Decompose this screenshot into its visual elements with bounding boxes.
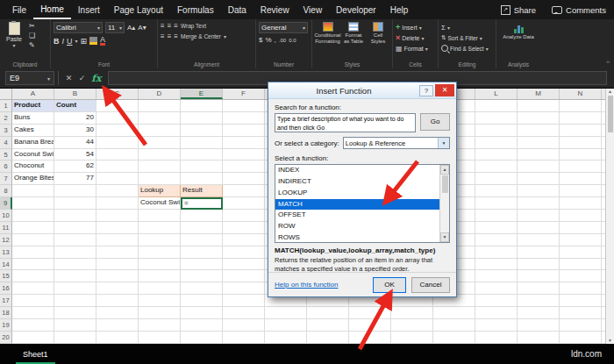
- cell[interactable]: [96, 332, 139, 344]
- cell[interactable]: [518, 112, 560, 125]
- cell[interactable]: [560, 270, 602, 282]
- cell[interactable]: [139, 161, 181, 173]
- cell[interactable]: [181, 125, 223, 137]
- cell[interactable]: [96, 307, 139, 319]
- sort-filter-button[interactable]: ⇅ Sort & Filter ▾: [441, 32, 493, 43]
- cell[interactable]: [96, 282, 139, 295]
- insert-function-fx-button[interactable]: fx: [89, 73, 104, 84]
- column-header-E[interactable]: E: [181, 88, 223, 99]
- cell[interactable]: [223, 307, 265, 319]
- cell-D8[interactable]: Lookup: [139, 185, 181, 197]
- scrollbar-thumb[interactable]: [608, 96, 613, 132]
- tab-review[interactable]: Review: [253, 0, 296, 19]
- cell-A7[interactable]: Orange Bites: [12, 173, 54, 185]
- column-header-N[interactable]: N: [560, 88, 602, 99]
- cell[interactable]: [223, 332, 265, 344]
- cell[interactable]: [265, 307, 307, 319]
- cell[interactable]: [139, 210, 181, 222]
- scroll-up-icon[interactable]: ▲: [608, 89, 612, 94]
- cell[interactable]: [54, 270, 96, 282]
- align-center-icon[interactable]: ≡: [168, 32, 172, 40]
- cell-E8[interactable]: Result: [181, 185, 223, 197]
- cell-A5[interactable]: Coconut Swirl: [12, 149, 54, 161]
- cell[interactable]: [12, 197, 54, 210]
- function-item-offset[interactable]: OFFSET: [275, 210, 439, 221]
- cell[interactable]: [139, 332, 181, 344]
- cell[interactable]: [560, 149, 602, 161]
- comments-button[interactable]: Comments: [544, 0, 614, 19]
- cell[interactable]: [475, 185, 518, 197]
- cell[interactable]: [560, 234, 602, 246]
- cell[interactable]: [560, 185, 602, 197]
- cell[interactable]: [349, 307, 391, 319]
- cell[interactable]: [475, 137, 518, 149]
- help-on-function-link[interactable]: Help on this function: [275, 281, 339, 289]
- chevron-down-icon[interactable]: ▼: [438, 138, 449, 148]
- cell[interactable]: [181, 149, 223, 161]
- increase-decimal-icon[interactable]: .00: [279, 38, 286, 43]
- cell[interactable]: [560, 125, 602, 137]
- cell[interactable]: [560, 246, 602, 259]
- row-header-13[interactable]: 13: [0, 246, 12, 259]
- cell[interactable]: [139, 319, 181, 332]
- collapse-ribbon-icon[interactable]: ^: [606, 59, 610, 67]
- cell[interactable]: [139, 282, 181, 295]
- cell[interactable]: [560, 307, 602, 319]
- align-middle-icon[interactable]: ≡: [168, 22, 172, 30]
- scroll-up-icon[interactable]: ▲: [440, 165, 449, 175]
- merge-center-button[interactable]: Merge & Center: [181, 33, 221, 39]
- cell[interactable]: [518, 210, 560, 222]
- column-header-F[interactable]: F: [223, 88, 265, 99]
- insert-cells-button[interactable]: + Insert ▾: [396, 22, 435, 32]
- row-header-8[interactable]: 8: [0, 185, 12, 197]
- cell[interactable]: [54, 246, 96, 259]
- cell[interactable]: [96, 210, 139, 222]
- cell[interactable]: [560, 210, 602, 222]
- cell[interactable]: [96, 246, 139, 259]
- cell[interactable]: [560, 173, 602, 185]
- cell[interactable]: [223, 282, 265, 295]
- dialog-title-bar[interactable]: Insert Function ? ✕: [268, 82, 456, 99]
- cell[interactable]: [54, 295, 96, 307]
- cell[interactable]: [518, 197, 560, 210]
- column-header-A[interactable]: A: [12, 88, 54, 99]
- share-button[interactable]: ↗ Share: [493, 0, 544, 19]
- cell[interactable]: [265, 319, 307, 332]
- cell-A3[interactable]: Cakes: [12, 125, 54, 137]
- cell[interactable]: [181, 137, 223, 149]
- cell[interactable]: [96, 197, 139, 210]
- cell[interactable]: [139, 137, 181, 149]
- find-select-button[interactable]: Find & Select ▾: [441, 43, 493, 54]
- cell[interactable]: [96, 222, 139, 234]
- cell[interactable]: [96, 234, 139, 246]
- cell[interactable]: [223, 222, 265, 234]
- cell[interactable]: [181, 210, 223, 222]
- cell[interactable]: [181, 246, 223, 259]
- cell[interactable]: [96, 295, 139, 307]
- function-item-indirect[interactable]: INDIRECT: [275, 176, 439, 188]
- cell[interactable]: [475, 332, 518, 344]
- cell[interactable]: [54, 319, 96, 332]
- column-header-B[interactable]: B: [54, 88, 96, 99]
- dialog-help-icon[interactable]: ?: [419, 85, 433, 96]
- cell[interactable]: [518, 246, 560, 259]
- cell-A2[interactable]: Buns: [12, 112, 54, 125]
- column-header-D[interactable]: D: [139, 88, 181, 99]
- column-header-L[interactable]: L: [475, 88, 518, 99]
- cell[interactable]: [433, 307, 475, 319]
- vertical-scrollbar[interactable]: ▲ ▼: [605, 88, 614, 344]
- cell[interactable]: [223, 259, 265, 271]
- cell[interactable]: [265, 332, 307, 344]
- conditional-formatting-button[interactable]: Conditional Formatting: [315, 22, 340, 45]
- font-color-icon[interactable]: A: [100, 36, 105, 46]
- scroll-down-icon[interactable]: ▼: [440, 232, 449, 242]
- cell[interactable]: [223, 173, 265, 185]
- column-header-C[interactable]: C: [96, 88, 139, 99]
- cell[interactable]: [475, 282, 518, 295]
- cell[interactable]: [96, 259, 139, 271]
- cell[interactable]: [391, 332, 433, 344]
- cell[interactable]: [96, 125, 139, 137]
- cut-icon[interactable]: ✂: [29, 22, 35, 30]
- cell-A1[interactable]: Product: [12, 100, 54, 112]
- format-painter-icon[interactable]: ✎: [29, 41, 35, 49]
